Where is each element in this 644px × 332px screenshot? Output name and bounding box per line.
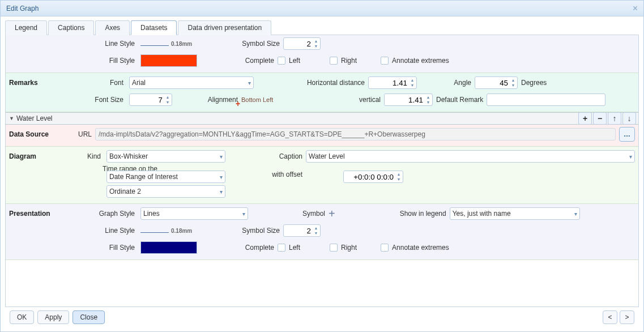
vertical-label: vertical [313, 96, 381, 104]
diagram-section: Diagram Kind Box-Whisker Caption Water L… [6, 147, 638, 204]
annot-label: Annotate extremes [392, 57, 449, 65]
offset-label: with offset [229, 171, 302, 178]
angle-spinner[interactable]: ▲▼ [475, 76, 518, 89]
apply-button[interactable]: Apply [37, 310, 69, 324]
default-remark-label: Default Remark [436, 96, 483, 104]
kind-label: Kind [69, 152, 103, 160]
ok-button[interactable]: OK [10, 310, 34, 324]
tab-axes[interactable]: Axes [95, 20, 130, 35]
window-title: Edit Graph [6, 5, 39, 12]
presentation-title: Presentation [9, 210, 66, 218]
fill-color-swatch[interactable] [140, 54, 197, 67]
add-icon[interactable]: + [578, 112, 592, 125]
dialog-body: Legend Captions Axes Datasets Data drive… [1, 16, 643, 329]
font-size-label: Font Size [69, 96, 126, 104]
alignment-label: Alignment [176, 96, 238, 104]
target-ord-combo[interactable]: Ordinate 2 [106, 185, 225, 198]
angle-label: Angle [420, 79, 471, 87]
line-style-label: Line Style [69, 40, 137, 48]
tab-captions[interactable]: Captions [48, 20, 94, 35]
tab-legend[interactable]: Legend [5, 20, 47, 35]
move-up-icon[interactable]: ↑ [608, 112, 621, 125]
symbol-preview-icon[interactable]: + [329, 207, 335, 220]
symbol-size-spinner[interactable]: ▲▼ [283, 37, 321, 50]
right-label: Right [341, 57, 357, 65]
graph-style-label: Graph Style [69, 210, 137, 218]
right-label-2: Right [341, 244, 357, 252]
url-label: URL [69, 130, 92, 138]
move-down-icon[interactable]: ↓ [622, 112, 636, 125]
data-source-section: Data Source URL /mda-impl/tsData/v2?aggr… [6, 125, 638, 147]
fill-style-label-2: Fill Style [69, 244, 137, 252]
offset-spinner[interactable]: ▲▼ [343, 171, 403, 183]
close-icon[interactable]: × [633, 3, 638, 14]
tab-data-driven-presentation[interactable]: Data driven presentation [178, 20, 271, 35]
presentation-section: Presentation Graph Style Lines Symbol + … [6, 204, 638, 260]
symbol-size-spinner-2[interactable]: ▲▼ [283, 224, 321, 237]
close-button[interactable]: Close [72, 310, 105, 324]
caption-label: Caption [229, 152, 302, 160]
alignment-value[interactable]: Bottom Left + [241, 96, 309, 104]
left-checkbox-2[interactable] [278, 244, 285, 252]
dialog-footer: OK Apply Close < > [5, 307, 639, 327]
complete-label-2: Complete [201, 244, 274, 252]
default-remark-input[interactable] [487, 93, 605, 106]
url-field: /mda-impl/tsData/v2?aggregation=MONTHLY&… [95, 128, 616, 141]
remove-icon[interactable]: − [593, 112, 607, 125]
graph-style-combo[interactable]: Lines [140, 207, 248, 220]
left-label-2: Left [289, 244, 300, 252]
line-style-label-2: Line Style [69, 227, 137, 235]
caption-combo[interactable]: Water Level [306, 150, 635, 163]
browse-button[interactable]: … [619, 127, 635, 142]
line-mm-2: 0.18mm [171, 228, 192, 234]
kind-combo[interactable]: Box-Whisker [106, 150, 225, 163]
annot-label-2: Annotate extremes [392, 244, 449, 252]
line-mm: 0.18mm [171, 41, 192, 47]
collapse-icon[interactable]: ▼ [9, 116, 14, 121]
titlebar: Edit Graph × [1, 1, 643, 16]
datasets-scroll[interactable]: Line Style 0.18mm Symbol Size ▲▼ Fill St… [5, 35, 639, 307]
hdist-label: Horizontal distance [257, 79, 365, 87]
symbol-label: Symbol [251, 210, 325, 218]
water-level-title: Water Level [16, 114, 53, 122]
symbol-size-label: Symbol Size [206, 40, 280, 48]
data-source-title: Data Source [9, 130, 66, 138]
hdist-spinner[interactable]: ▲▼ [368, 76, 417, 89]
vertical-spinner[interactable]: ▲▼ [384, 93, 433, 106]
prev-button[interactable]: < [603, 310, 617, 324]
symbol-size-input[interactable] [284, 39, 312, 49]
fill-color-swatch-2[interactable] [140, 241, 197, 254]
remarks-section: Remarks Font Arial Horizontal distance ▲… [6, 73, 638, 112]
symbol-size-label-2: Symbol Size [206, 227, 280, 235]
right-checkbox[interactable] [330, 57, 338, 65]
show-legend-label: Show in legend [339, 210, 446, 218]
tab-datasets[interactable]: Datasets [131, 20, 177, 35]
right-checkbox-2[interactable] [330, 244, 338, 252]
remarks-title: Remarks [9, 79, 66, 87]
timerange-combo[interactable]: Date Range of Interest [106, 171, 225, 183]
next-button[interactable]: > [620, 310, 634, 324]
annot-checkbox-2[interactable] [381, 244, 389, 252]
font-size-spinner[interactable]: ▲▼ [129, 93, 172, 106]
show-legend-combo[interactable]: Yes, just with name [450, 207, 580, 220]
font-combo[interactable]: Arial [129, 76, 254, 89]
font-label: Font [69, 79, 126, 87]
left-checkbox[interactable] [278, 57, 285, 65]
annot-checkbox[interactable] [381, 57, 389, 65]
diagram-title: Diagram [9, 152, 66, 160]
water-level-header[interactable]: ▼ Water Level + − ↑ ↓ [6, 112, 638, 125]
line-sample-icon-2 [140, 232, 169, 233]
degrees-label: Degrees [521, 79, 547, 87]
complete-label: Complete [201, 57, 274, 65]
tabstrip: Legend Captions Axes Datasets Data drive… [5, 20, 639, 35]
left-label: Left [289, 57, 300, 65]
line-sample-icon [140, 45, 169, 46]
upper-presentation: Line Style 0.18mm Symbol Size ▲▼ Fill St… [6, 35, 638, 73]
fill-style-label: Fill Style [69, 57, 137, 65]
